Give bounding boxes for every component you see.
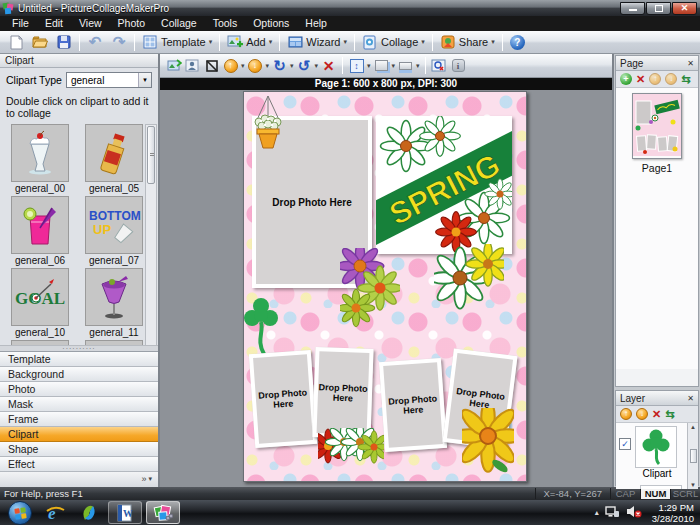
layer-up-button[interactable]: ↑: [620, 408, 632, 420]
clipart-item[interactable]: general_05: [80, 124, 148, 196]
sunflower-clipart[interactable]: [462, 408, 514, 482]
fin-clipart[interactable]: [11, 340, 69, 345]
tab-template[interactable]: Template: [0, 352, 158, 367]
photo-placeholder-2[interactable]: Drop Photo Here: [249, 350, 317, 448]
clipart-item[interactable]: [6, 340, 74, 345]
menu-edit[interactable]: Edit: [37, 16, 71, 31]
page-thumbnail-item[interactable]: Page1: [616, 88, 698, 176]
photo-placeholder-4[interactable]: Drop Photo Here: [379, 358, 447, 452]
menu-options[interactable]: Options: [245, 16, 297, 31]
bottom-flowers-clipart[interactable]: [318, 428, 384, 468]
layer-scrollbar[interactable]: ▲ ▼: [687, 423, 698, 489]
help-button[interactable]: ?: [506, 34, 529, 51]
send-backward-button[interactable]: ↓: [247, 57, 264, 75]
wizard-button[interactable]: Wizard▾: [283, 33, 351, 51]
new-button[interactable]: [4, 33, 28, 51]
collage-button[interactable]: Collage▾: [358, 33, 429, 51]
start-button[interactable]: [8, 501, 32, 525]
tab-mask[interactable]: Mask: [0, 397, 158, 412]
tab-frame[interactable]: Frame: [0, 412, 158, 427]
collage-page[interactable]: Drop Photo Here: [243, 91, 527, 482]
rotate-ccw-button[interactable]: ↺: [296, 57, 313, 75]
clipart-item[interactable]: general_00: [6, 124, 74, 196]
preview-off-button[interactable]: [431, 57, 448, 75]
goal-clipart[interactable]: GOAL: [11, 268, 69, 326]
pink-cocktail-clipart[interactable]: [11, 196, 69, 254]
more-tabs-button[interactable]: »: [141, 474, 146, 484]
page-panel-close-icon[interactable]: ✕: [687, 59, 694, 68]
share-button[interactable]: Share▾: [436, 33, 499, 51]
scrollbar-thumb[interactable]: [147, 126, 155, 184]
dropdown-arrow-icon[interactable]: ▾: [367, 62, 371, 70]
restore-button[interactable]: [646, 2, 671, 15]
layer-list-item[interactable]: ✓: [616, 423, 698, 468]
delete-object-button[interactable]: ✕: [320, 57, 337, 75]
info-button[interactable]: i: [450, 57, 467, 75]
daisy-pair-clipart[interactable]: [434, 244, 504, 314]
tab-effect[interactable]: Effect: [0, 457, 158, 472]
hanging-pot-clipart[interactable]: [250, 94, 286, 170]
menu-view[interactable]: View: [71, 16, 110, 31]
network-tray-icon[interactable]: [605, 504, 620, 522]
deselect-button[interactable]: [203, 57, 220, 75]
clipart-item[interactable]: general_11: [80, 268, 148, 340]
delete-layer-button[interactable]: ✕: [652, 408, 661, 421]
swap-pages-button[interactable]: ⇆: [681, 73, 690, 86]
rotate-cw-button[interactable]: ↻: [271, 57, 288, 75]
purple-cocktail-clipart[interactable]: [85, 268, 143, 326]
tabs-caret-icon[interactable]: ▾: [148, 475, 152, 483]
tray-clock[interactable]: 1:29 PM 3/28/2010: [648, 502, 694, 524]
scrollbar-thumb[interactable]: [690, 449, 697, 463]
menu-help[interactable]: Help: [297, 16, 335, 31]
delete-page-button[interactable]: ✕: [636, 73, 645, 86]
add-button[interactable]: Add▾: [223, 33, 276, 51]
dropdown-arrow-icon[interactable]: ▾: [290, 62, 294, 70]
internet-explorer-taskbar-icon[interactable]: e: [40, 501, 70, 524]
titlebar[interactable]: Untitled - PictureCollageMakerPro ✕: [0, 0, 700, 16]
layer-panel-close-icon[interactable]: ✕: [687, 394, 694, 403]
replace-image-button[interactable]: [165, 57, 182, 75]
clipart-item[interactable]: Good!: [80, 340, 148, 345]
flower-cluster-clipart[interactable]: [340, 248, 400, 332]
swap-layers-button[interactable]: ⇆: [665, 408, 674, 421]
undo-button[interactable]: ↶: [83, 33, 107, 51]
distribute-button[interactable]: [397, 57, 414, 75]
dropdown-arrow-icon[interactable]: ▾: [266, 62, 270, 70]
open-button[interactable]: [28, 33, 52, 51]
clipart-type-select[interactable]: general ▾: [66, 72, 152, 88]
bottoms-up-clipart[interactable]: BOTTOM'SUP: [85, 196, 143, 254]
menu-collage[interactable]: Collage: [153, 16, 205, 31]
spring-banner-clipart[interactable]: SPRING: [376, 116, 512, 254]
layer-down-button[interactable]: ↓: [636, 408, 648, 420]
menu-tools[interactable]: Tools: [205, 16, 246, 31]
template-button[interactable]: Template▾: [138, 33, 216, 51]
dropdown-arrow-icon[interactable]: ▾: [241, 62, 245, 70]
milkshake-clipart[interactable]: [11, 124, 69, 182]
dropdown-arrow-icon[interactable]: ▾: [416, 62, 420, 70]
tab-clipart[interactable]: Clipart: [0, 427, 158, 442]
tray-expand-icon[interactable]: ▴: [595, 508, 599, 517]
scroll-down-icon[interactable]: ▼: [690, 482, 696, 488]
tab-shape[interactable]: Shape: [0, 442, 158, 457]
layer-visibility-checkbox[interactable]: ✓: [619, 438, 631, 450]
tab-photo[interactable]: Photo: [0, 382, 158, 397]
page1-thumbnail[interactable]: [632, 93, 682, 159]
menu-file[interactable]: File: [4, 16, 37, 31]
align-button[interactable]: [373, 57, 390, 75]
tab-background[interactable]: Background: [0, 367, 158, 382]
scroll-up-icon[interactable]: ▲: [690, 424, 696, 430]
photo-placeholder-3[interactable]: Drop Photo Here: [312, 347, 373, 439]
close-button[interactable]: ✕: [672, 2, 697, 15]
dropdown-arrow-icon[interactable]: ▾: [392, 62, 396, 70]
messenger-taskbar-icon[interactable]: [74, 501, 104, 524]
bottle-clipart[interactable]: [85, 124, 143, 182]
word-taskbar-button[interactable]: W: [108, 501, 142, 524]
menu-photo[interactable]: Photo: [110, 16, 153, 31]
save-button[interactable]: [52, 33, 76, 51]
clipart-item[interactable]: general_06: [6, 196, 74, 268]
good-clipart[interactable]: Good!: [85, 340, 143, 345]
add-page-button[interactable]: +: [620, 73, 632, 85]
select-dropdown-icon[interactable]: ▾: [138, 73, 151, 87]
dropdown-arrow-icon[interactable]: ▾: [315, 62, 319, 70]
bring-forward-button[interactable]: ↑: [222, 57, 239, 75]
